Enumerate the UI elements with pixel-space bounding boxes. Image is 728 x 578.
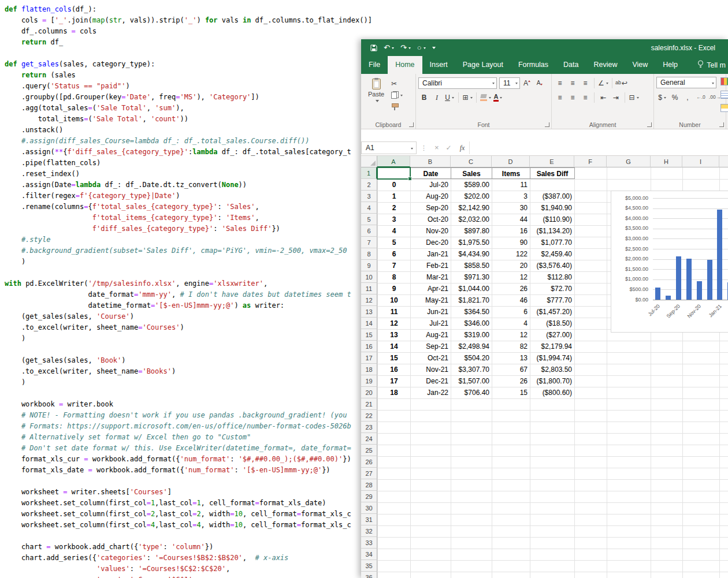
formula-input[interactable] bbox=[469, 141, 728, 154]
row-header-17[interactable]: 17 bbox=[361, 352, 377, 364]
cell-E11[interactable]: $72.70 bbox=[530, 283, 575, 294]
ribbon-tab-review[interactable]: Review bbox=[586, 56, 625, 74]
cell-E19[interactable]: ($1,800.70) bbox=[530, 375, 575, 387]
cell-A19[interactable]: 17 bbox=[377, 375, 411, 387]
column-header-A[interactable]: A bbox=[377, 156, 410, 167]
row-header-29[interactable]: 29 bbox=[361, 491, 377, 502]
merge-center-button[interactable]: ⊟ bbox=[628, 91, 640, 103]
row-header-7[interactable]: 7 bbox=[361, 237, 377, 248]
row-header-20[interactable]: 20 bbox=[361, 387, 377, 398]
row-header-33[interactable]: 33 bbox=[361, 537, 377, 549]
format-painter-button[interactable] bbox=[391, 101, 403, 112]
cell-D16[interactable]: 82 bbox=[492, 341, 530, 352]
percent-format-button[interactable]: % bbox=[669, 91, 681, 103]
name-box[interactable]: A1 bbox=[361, 141, 417, 154]
row-header-11[interactable]: 11 bbox=[361, 283, 377, 294]
cell-C8[interactable]: $4,434.90 bbox=[451, 248, 492, 260]
cell-B4[interactable]: Sep-20 bbox=[410, 202, 451, 214]
cell-D13[interactable]: 6 bbox=[492, 306, 530, 318]
row-header-27[interactable]: 27 bbox=[361, 468, 377, 479]
cell-A14[interactable]: 12 bbox=[377, 318, 411, 329]
row-header-2[interactable]: 2 bbox=[361, 179, 377, 191]
ribbon-tab-view[interactable]: View bbox=[625, 56, 655, 74]
cell-B20[interactable]: Jan-22 bbox=[410, 387, 451, 398]
cell-C6[interactable]: $897.80 bbox=[451, 225, 492, 237]
cell-E13[interactable]: ($1,457.20) bbox=[530, 306, 575, 318]
cell-C10[interactable]: $971.30 bbox=[451, 271, 492, 283]
cell-B11[interactable]: Apr-21 bbox=[410, 283, 451, 294]
column-header-B[interactable]: B bbox=[410, 156, 451, 167]
paste-button[interactable]: Paste bbox=[363, 76, 389, 120]
cell-A15[interactable]: 13 bbox=[377, 329, 411, 341]
row-header-35[interactable]: 35 bbox=[361, 560, 377, 572]
font-dialog-launcher[interactable] bbox=[545, 122, 549, 127]
align-center-button[interactable]: ≡ bbox=[567, 91, 578, 103]
save-icon[interactable] bbox=[370, 44, 377, 51]
cell-C7[interactable]: $1,975.50 bbox=[451, 237, 492, 248]
cell-B8[interactable]: Jan-21 bbox=[410, 248, 451, 260]
cell-D4[interactable]: 30 bbox=[492, 202, 530, 214]
cell-C20[interactable]: $706.40 bbox=[451, 387, 492, 398]
cell-C18[interactable]: $3,307.70 bbox=[451, 364, 492, 375]
cell-B17[interactable]: Oct-21 bbox=[410, 352, 451, 364]
cell-D11[interactable]: 26 bbox=[492, 283, 530, 294]
cell-A20[interactable]: 18 bbox=[377, 387, 411, 398]
cell-E3[interactable]: ($387.00) bbox=[530, 191, 575, 202]
font-name-select[interactable]: Calibri bbox=[418, 77, 497, 89]
cell-C13[interactable]: $364.50 bbox=[451, 306, 492, 318]
row-header-26[interactable]: 26 bbox=[361, 456, 377, 468]
copy-button[interactable] bbox=[391, 90, 403, 100]
cell-A5[interactable]: 3 bbox=[377, 214, 411, 225]
ribbon-tab-formulas[interactable]: Formulas bbox=[511, 56, 556, 74]
cell-C17[interactable]: $504.20 bbox=[451, 352, 492, 364]
cell-B19[interactable]: Dec-21 bbox=[410, 375, 451, 387]
align-left-button[interactable]: ≡ bbox=[554, 91, 566, 103]
cell-C14[interactable]: $346.00 bbox=[451, 318, 492, 329]
cell-styles-icon[interactable] bbox=[720, 104, 728, 112]
cell-D3[interactable]: 3 bbox=[492, 191, 530, 202]
clipboard-dialog-launcher[interactable] bbox=[409, 122, 414, 127]
cell-E9[interactable]: ($3,576.40) bbox=[530, 260, 575, 271]
cell-B3[interactable]: Aug-20 bbox=[410, 191, 451, 202]
cell-C11[interactable]: $1,044.00 bbox=[451, 283, 492, 294]
row-header-23[interactable]: 23 bbox=[361, 422, 377, 433]
row-header-32[interactable]: 32 bbox=[361, 525, 377, 537]
cell-A10[interactable]: 8 bbox=[377, 271, 411, 283]
formula-bar-handle-icon[interactable]: ⋮ bbox=[417, 141, 431, 154]
cancel-icon[interactable]: × bbox=[431, 141, 443, 154]
cell-E14[interactable]: ($18.50) bbox=[530, 318, 575, 329]
accounting-format-button[interactable]: $ bbox=[656, 91, 668, 103]
increase-decimal-button[interactable]: ←.0 bbox=[694, 91, 707, 103]
ribbon-tab-insert[interactable]: Insert bbox=[422, 56, 455, 74]
cell-D20[interactable]: 15 bbox=[492, 387, 530, 398]
column-header-H[interactable]: H bbox=[651, 156, 682, 167]
cell-E10[interactable]: $112.80 bbox=[530, 271, 575, 283]
cell-E18[interactable]: $2,803.50 bbox=[530, 364, 575, 375]
cell-E5[interactable]: ($110.90) bbox=[530, 214, 575, 225]
ribbon-tab-home[interactable]: Home bbox=[388, 56, 422, 74]
cell-D12[interactable]: 46 bbox=[492, 294, 530, 306]
format-as-table-icon[interactable] bbox=[720, 91, 728, 99]
cell-B9[interactable]: Feb-21 bbox=[410, 260, 451, 271]
cell-A6[interactable]: 4 bbox=[377, 225, 411, 237]
row-header-4[interactable]: 4 bbox=[361, 202, 377, 214]
row-header-9[interactable]: 9 bbox=[361, 260, 377, 271]
cell-C2[interactable]: $589.00 bbox=[451, 179, 492, 191]
row-header-19[interactable]: 19 bbox=[361, 375, 377, 387]
redo-icon[interactable]: ↷ bbox=[400, 44, 411, 51]
row-header-13[interactable]: 13 bbox=[361, 306, 377, 318]
row-header-18[interactable]: 18 bbox=[361, 364, 377, 375]
cell-C4[interactable]: $2,142.90 bbox=[451, 202, 492, 214]
alignment-dialog-launcher[interactable] bbox=[647, 122, 652, 127]
cell-C1[interactable]: Sales bbox=[451, 167, 492, 179]
cell-B1[interactable]: Date bbox=[410, 167, 451, 179]
cell-E8[interactable]: $2,459.40 bbox=[530, 248, 575, 260]
cell-B18[interactable]: Nov-21 bbox=[410, 364, 451, 375]
cell-A9[interactable]: 7 bbox=[377, 260, 411, 271]
cell-D17[interactable]: 13 bbox=[492, 352, 530, 364]
wrap-text-button[interactable]: ab↩ bbox=[615, 77, 627, 89]
row-header-24[interactable]: 24 bbox=[361, 433, 377, 445]
cell-A11[interactable]: 9 bbox=[377, 283, 411, 294]
cut-button[interactable]: ✂ bbox=[391, 78, 403, 89]
align-middle-button[interactable]: ≡ bbox=[567, 77, 578, 89]
